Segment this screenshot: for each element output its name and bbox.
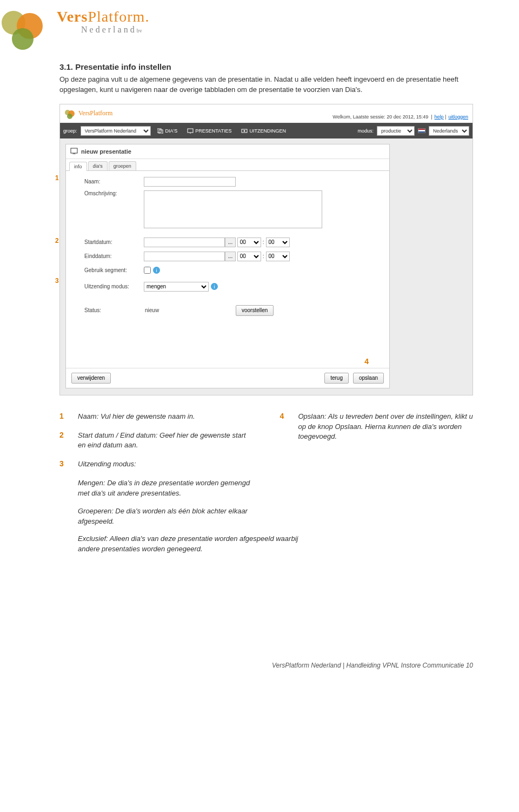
omschrijving-textarea[interactable] bbox=[144, 190, 322, 228]
annotation-3: 3 bbox=[55, 277, 59, 285]
page-footer: VersPlatform Nederland | Handleiding VPN… bbox=[272, 662, 473, 669]
app-screenshot: VersPlatform Welkom, Laatste sessie: 20 … bbox=[59, 104, 473, 395]
legend-left-col: 1 Naam: Vul hier de gewenste naam in. 2 … bbox=[59, 412, 253, 562]
einddatum-picker-button[interactable]: ... bbox=[225, 252, 236, 261]
info-icon-2[interactable]: i bbox=[211, 283, 218, 290]
nav-dias-button[interactable]: DIA'S bbox=[154, 126, 181, 136]
flag-nl-icon bbox=[418, 128, 425, 133]
terug-button[interactable]: terug bbox=[324, 373, 349, 384]
legend-text-3-groeperen: Groeperen: De dia's worden als één blok … bbox=[78, 506, 253, 527]
info-icon[interactable]: i bbox=[153, 267, 160, 274]
app-navbar: groep: VersPlatform Nederland DIA'S PRES… bbox=[60, 123, 473, 138]
panel-tabs: info dia's groepen bbox=[66, 159, 389, 171]
app-logo: VersPlatform bbox=[64, 108, 112, 120]
uitzending-modus-label: Uitzending modus: bbox=[84, 283, 144, 289]
start-min-select[interactable]: 00 bbox=[266, 237, 290, 247]
start-hour-select[interactable]: 00 bbox=[237, 237, 261, 247]
modus-select[interactable]: productie bbox=[377, 126, 415, 136]
logout-link[interactable]: uitloggen bbox=[448, 114, 468, 120]
logo-brand-part1: Vers bbox=[57, 8, 88, 25]
welcome-date: 20 dec 2012, 15:49 bbox=[387, 114, 428, 120]
einddatum-input[interactable] bbox=[144, 252, 225, 261]
legend-num-1: 1 bbox=[59, 412, 78, 422]
end-hour-select[interactable]: 00 bbox=[237, 252, 261, 261]
panel-form: 1 Naam: Omschrijving: 2 Startdatum: bbox=[66, 171, 389, 368]
legend-text-2: Start datum / Eind datum: Geef hier de g… bbox=[78, 431, 253, 451]
annotation-4: 4 bbox=[364, 357, 369, 366]
verwijderen-button[interactable]: verwijderen bbox=[71, 373, 111, 384]
status-label: Status: bbox=[84, 307, 144, 313]
logo-graphic bbox=[0, 0, 54, 54]
groep-label: groep: bbox=[63, 128, 77, 134]
screenshot-container: VersPlatform Welkom, Laatste sessie: 20 … bbox=[59, 104, 473, 395]
dias-icon bbox=[157, 128, 164, 134]
naam-input[interactable] bbox=[144, 177, 236, 187]
legend-num-2: 2 bbox=[59, 431, 78, 451]
end-min-select[interactable]: 00 bbox=[266, 252, 290, 261]
nav-presentaties-button[interactable]: PRESENTATIES bbox=[184, 126, 235, 136]
legend-text-3-mengen: Mengen: De dia's in deze presentatie wor… bbox=[78, 478, 253, 499]
legend-text-4: Opslaan: Als u tevreden bent over de ins… bbox=[298, 412, 474, 443]
app-logo-text: VersPlatform bbox=[78, 109, 112, 117]
svg-point-5 bbox=[67, 114, 72, 119]
panel-title: nieuw presentatie bbox=[81, 148, 131, 155]
logo-subline: Nederlandbv bbox=[81, 25, 142, 35]
voorstellen-button[interactable]: voorstellen bbox=[236, 305, 274, 316]
annotation-2: 2 bbox=[55, 237, 59, 245]
svg-rect-12 bbox=[71, 148, 77, 153]
logo-dot: . bbox=[145, 8, 149, 25]
presentation-panel: nieuw presentatie info dia's groepen 1 N… bbox=[65, 144, 390, 388]
legend-right-col: 4 Opslaan: Als u tevreden bent over de i… bbox=[280, 412, 474, 562]
time-sep-2: : bbox=[261, 253, 266, 259]
panel-header: nieuw presentatie bbox=[66, 144, 389, 159]
gebruik-segment-checkbox[interactable] bbox=[144, 267, 151, 274]
einddatum-label: Einddatum: bbox=[84, 253, 144, 259]
presentaties-icon bbox=[187, 128, 194, 134]
section-heading: 3.1. Presentatie info instellen bbox=[59, 62, 473, 71]
nav-dias-label: DIA'S bbox=[165, 128, 178, 134]
legend-text-3-lead: Uitzending modus: bbox=[78, 459, 253, 470]
modus-label: modus: bbox=[357, 128, 374, 134]
startdatum-picker-button[interactable]: ... bbox=[225, 237, 236, 247]
uitzending-modus-select[interactable]: mengen bbox=[144, 282, 209, 292]
omschrijving-label: Omschrijving: bbox=[84, 190, 144, 196]
tab-info[interactable]: info bbox=[69, 162, 87, 171]
panel-actions: verwijderen terug opslaan bbox=[66, 368, 389, 388]
startdatum-label: Startdatum: bbox=[84, 239, 144, 245]
uitzendingen-icon bbox=[241, 128, 248, 134]
tab-dias[interactable]: dia's bbox=[88, 161, 108, 170]
nav-uitzendingen-label: UITZENDINGEN bbox=[249, 128, 286, 134]
app-topbar: VersPlatform Welkom, Laatste sessie: 20 … bbox=[60, 104, 473, 123]
welcome-prefix: Welkom, Laatste sessie: bbox=[332, 114, 387, 120]
legend-text-3-exclusief: Exclusief: Alleen dia's van deze present… bbox=[78, 534, 310, 554]
logo-text: VersPlatform. bbox=[57, 8, 149, 25]
nav-uitzendingen-button[interactable]: UITZENDINGEN bbox=[238, 126, 289, 136]
document-body: 3.1. Presentatie info instellen Op deze … bbox=[0, 51, 519, 681]
help-link[interactable]: help bbox=[435, 114, 444, 120]
startdatum-input[interactable] bbox=[144, 237, 225, 247]
groep-select[interactable]: VersPlatform Nederland bbox=[81, 126, 151, 136]
naam-label: Naam: bbox=[84, 179, 144, 184]
language-select[interactable]: Nederlands bbox=[429, 126, 469, 136]
app-logo-icon bbox=[64, 108, 76, 120]
legend-num-4: 4 bbox=[280, 412, 298, 443]
logo-subline-text: Nederland bbox=[81, 25, 137, 34]
tab-groepen[interactable]: groepen bbox=[109, 161, 136, 170]
logo-subline-suffix: bv bbox=[137, 28, 142, 34]
time-sep: : bbox=[261, 239, 266, 245]
nav-presentaties-label: PRESENTATIES bbox=[195, 128, 231, 134]
svg-point-11 bbox=[244, 130, 245, 131]
annotation-1: 1 bbox=[55, 174, 59, 182]
legend-num-3: 3 bbox=[59, 459, 78, 470]
page-header: VersPlatform. Nederlandbv bbox=[0, 0, 519, 51]
intro-paragraph: Op deze pagina vult u de algemene gegeve… bbox=[59, 75, 473, 95]
panel-icon bbox=[70, 148, 78, 155]
status-value: nieuw bbox=[144, 307, 236, 313]
svg-rect-8 bbox=[188, 129, 193, 133]
opslaan-button[interactable]: opslaan bbox=[353, 373, 384, 384]
svg-point-2 bbox=[12, 28, 34, 50]
welcome-text: Welkom, Laatste sessie: 20 dec 2012, 15:… bbox=[332, 114, 468, 120]
legend: 1 Naam: Vul hier de gewenste naam in. 2 … bbox=[59, 412, 473, 562]
app-stage: nieuw presentatie info dia's groepen 1 N… bbox=[60, 138, 473, 395]
legend-text-1: Naam: Vul hier de gewenste naam in. bbox=[78, 412, 253, 422]
